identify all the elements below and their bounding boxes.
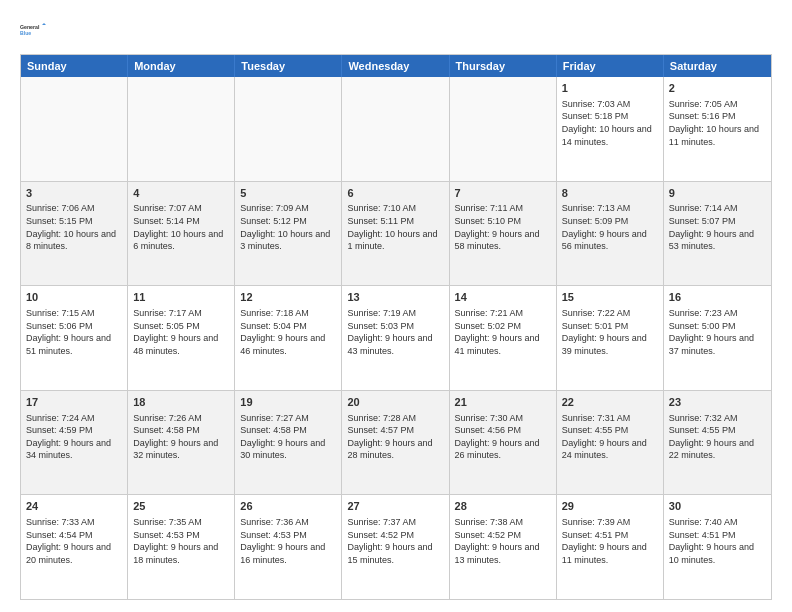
day-info: Sunrise: 7:03 AM Sunset: 5:18 PM Dayligh… (562, 98, 658, 148)
day-number: 18 (133, 395, 229, 410)
day-number: 22 (562, 395, 658, 410)
day-cell-20: 20Sunrise: 7:28 AM Sunset: 4:57 PM Dayli… (342, 391, 449, 495)
day-info: Sunrise: 7:18 AM Sunset: 5:04 PM Dayligh… (240, 307, 336, 357)
day-cell-1: 1Sunrise: 7:03 AM Sunset: 5:18 PM Daylig… (557, 77, 664, 181)
day-number: 9 (669, 186, 766, 201)
empty-cell (128, 77, 235, 181)
week-row-5: 24Sunrise: 7:33 AM Sunset: 4:54 PM Dayli… (21, 494, 771, 599)
day-cell-25: 25Sunrise: 7:35 AM Sunset: 4:53 PM Dayli… (128, 495, 235, 599)
day-number: 10 (26, 290, 122, 305)
week-row-4: 17Sunrise: 7:24 AM Sunset: 4:59 PM Dayli… (21, 390, 771, 495)
day-number: 2 (669, 81, 766, 96)
day-number: 30 (669, 499, 766, 514)
day-number: 14 (455, 290, 551, 305)
svg-text:Blue: Blue (20, 30, 31, 36)
svg-text:General: General (20, 24, 40, 30)
day-info: Sunrise: 7:38 AM Sunset: 4:52 PM Dayligh… (455, 516, 551, 566)
week-row-1: 1Sunrise: 7:03 AM Sunset: 5:18 PM Daylig… (21, 77, 771, 181)
day-info: Sunrise: 7:30 AM Sunset: 4:56 PM Dayligh… (455, 412, 551, 462)
day-info: Sunrise: 7:33 AM Sunset: 4:54 PM Dayligh… (26, 516, 122, 566)
day-info: Sunrise: 7:40 AM Sunset: 4:51 PM Dayligh… (669, 516, 766, 566)
day-cell-5: 5Sunrise: 7:09 AM Sunset: 5:12 PM Daylig… (235, 182, 342, 286)
day-cell-27: 27Sunrise: 7:37 AM Sunset: 4:52 PM Dayli… (342, 495, 449, 599)
day-number: 29 (562, 499, 658, 514)
header-day-wednesday: Wednesday (342, 55, 449, 77)
day-cell-12: 12Sunrise: 7:18 AM Sunset: 5:04 PM Dayli… (235, 286, 342, 390)
logo: GeneralBlue (20, 16, 48, 44)
day-cell-9: 9Sunrise: 7:14 AM Sunset: 5:07 PM Daylig… (664, 182, 771, 286)
day-info: Sunrise: 7:26 AM Sunset: 4:58 PM Dayligh… (133, 412, 229, 462)
day-cell-2: 2Sunrise: 7:05 AM Sunset: 5:16 PM Daylig… (664, 77, 771, 181)
day-cell-26: 26Sunrise: 7:36 AM Sunset: 4:53 PM Dayli… (235, 495, 342, 599)
day-number: 6 (347, 186, 443, 201)
empty-cell (342, 77, 449, 181)
day-info: Sunrise: 7:28 AM Sunset: 4:57 PM Dayligh… (347, 412, 443, 462)
day-number: 3 (26, 186, 122, 201)
day-number: 1 (562, 81, 658, 96)
day-cell-21: 21Sunrise: 7:30 AM Sunset: 4:56 PM Dayli… (450, 391, 557, 495)
empty-cell (450, 77, 557, 181)
header-day-saturday: Saturday (664, 55, 771, 77)
day-number: 19 (240, 395, 336, 410)
calendar: SundayMondayTuesdayWednesdayThursdayFrid… (20, 54, 772, 600)
day-cell-3: 3Sunrise: 7:06 AM Sunset: 5:15 PM Daylig… (21, 182, 128, 286)
day-number: 26 (240, 499, 336, 514)
day-number: 27 (347, 499, 443, 514)
day-number: 23 (669, 395, 766, 410)
day-info: Sunrise: 7:31 AM Sunset: 4:55 PM Dayligh… (562, 412, 658, 462)
header-day-friday: Friday (557, 55, 664, 77)
day-cell-11: 11Sunrise: 7:17 AM Sunset: 5:05 PM Dayli… (128, 286, 235, 390)
day-info: Sunrise: 7:17 AM Sunset: 5:05 PM Dayligh… (133, 307, 229, 357)
day-number: 16 (669, 290, 766, 305)
day-info: Sunrise: 7:27 AM Sunset: 4:58 PM Dayligh… (240, 412, 336, 462)
header-day-tuesday: Tuesday (235, 55, 342, 77)
day-number: 21 (455, 395, 551, 410)
day-info: Sunrise: 7:37 AM Sunset: 4:52 PM Dayligh… (347, 516, 443, 566)
day-info: Sunrise: 7:35 AM Sunset: 4:53 PM Dayligh… (133, 516, 229, 566)
day-number: 8 (562, 186, 658, 201)
day-info: Sunrise: 7:14 AM Sunset: 5:07 PM Dayligh… (669, 202, 766, 252)
day-number: 25 (133, 499, 229, 514)
day-number: 24 (26, 499, 122, 514)
day-number: 15 (562, 290, 658, 305)
day-info: Sunrise: 7:32 AM Sunset: 4:55 PM Dayligh… (669, 412, 766, 462)
day-number: 17 (26, 395, 122, 410)
day-cell-19: 19Sunrise: 7:27 AM Sunset: 4:58 PM Dayli… (235, 391, 342, 495)
day-info: Sunrise: 7:05 AM Sunset: 5:16 PM Dayligh… (669, 98, 766, 148)
empty-cell (235, 77, 342, 181)
calendar-header: SundayMondayTuesdayWednesdayThursdayFrid… (21, 55, 771, 77)
day-info: Sunrise: 7:10 AM Sunset: 5:11 PM Dayligh… (347, 202, 443, 252)
day-cell-13: 13Sunrise: 7:19 AM Sunset: 5:03 PM Dayli… (342, 286, 449, 390)
day-cell-29: 29Sunrise: 7:39 AM Sunset: 4:51 PM Dayli… (557, 495, 664, 599)
day-number: 5 (240, 186, 336, 201)
day-number: 7 (455, 186, 551, 201)
svg-marker-2 (42, 23, 46, 25)
day-info: Sunrise: 7:36 AM Sunset: 4:53 PM Dayligh… (240, 516, 336, 566)
day-cell-16: 16Sunrise: 7:23 AM Sunset: 5:00 PM Dayli… (664, 286, 771, 390)
day-cell-23: 23Sunrise: 7:32 AM Sunset: 4:55 PM Dayli… (664, 391, 771, 495)
day-info: Sunrise: 7:24 AM Sunset: 4:59 PM Dayligh… (26, 412, 122, 462)
day-number: 13 (347, 290, 443, 305)
header: GeneralBlue (20, 16, 772, 44)
empty-cell (21, 77, 128, 181)
day-number: 28 (455, 499, 551, 514)
header-day-sunday: Sunday (21, 55, 128, 77)
day-cell-14: 14Sunrise: 7:21 AM Sunset: 5:02 PM Dayli… (450, 286, 557, 390)
day-info: Sunrise: 7:22 AM Sunset: 5:01 PM Dayligh… (562, 307, 658, 357)
day-cell-18: 18Sunrise: 7:26 AM Sunset: 4:58 PM Dayli… (128, 391, 235, 495)
calendar-body: 1Sunrise: 7:03 AM Sunset: 5:18 PM Daylig… (21, 77, 771, 599)
week-row-3: 10Sunrise: 7:15 AM Sunset: 5:06 PM Dayli… (21, 285, 771, 390)
day-info: Sunrise: 7:11 AM Sunset: 5:10 PM Dayligh… (455, 202, 551, 252)
day-cell-10: 10Sunrise: 7:15 AM Sunset: 5:06 PM Dayli… (21, 286, 128, 390)
header-day-monday: Monday (128, 55, 235, 77)
page: GeneralBlue SundayMondayTuesdayWednesday… (0, 0, 792, 612)
day-info: Sunrise: 7:15 AM Sunset: 5:06 PM Dayligh… (26, 307, 122, 357)
day-cell-6: 6Sunrise: 7:10 AM Sunset: 5:11 PM Daylig… (342, 182, 449, 286)
day-cell-30: 30Sunrise: 7:40 AM Sunset: 4:51 PM Dayli… (664, 495, 771, 599)
header-day-thursday: Thursday (450, 55, 557, 77)
logo-icon: GeneralBlue (20, 16, 48, 44)
day-cell-22: 22Sunrise: 7:31 AM Sunset: 4:55 PM Dayli… (557, 391, 664, 495)
day-cell-17: 17Sunrise: 7:24 AM Sunset: 4:59 PM Dayli… (21, 391, 128, 495)
day-cell-28: 28Sunrise: 7:38 AM Sunset: 4:52 PM Dayli… (450, 495, 557, 599)
day-cell-7: 7Sunrise: 7:11 AM Sunset: 5:10 PM Daylig… (450, 182, 557, 286)
